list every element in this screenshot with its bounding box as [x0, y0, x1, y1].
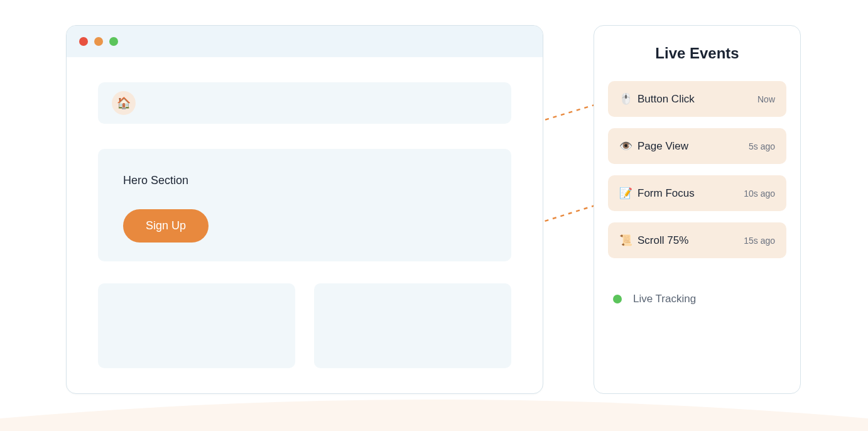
event-label: Button Click [637, 93, 695, 106]
card-placeholder [98, 283, 295, 368]
card-placeholder [314, 283, 511, 368]
event-item: 🖱️ Button Click Now [608, 81, 786, 117]
live-events-panel: Live Events 🖱️ Button Click Now 👁️ Page … [594, 25, 801, 394]
event-label: Scroll 75% [637, 234, 688, 247]
hero-section: Hero Section Sign Up [98, 149, 511, 261]
event-time: 15s ago [744, 236, 775, 246]
browser-titlebar [67, 26, 543, 57]
event-label: Form Focus [637, 187, 695, 200]
event-item: 📜 Scroll 75% 15s ago [608, 222, 786, 258]
browser-body: 🏠 Hero Section Sign Up [67, 57, 543, 393]
live-status-dot-icon [613, 295, 622, 303]
live-tracking-label: Live Tracking [633, 293, 696, 305]
event-item: 📝 Form Focus 10s ago [608, 175, 786, 211]
mouse-icon: 🖱️ [619, 92, 632, 106]
nav-bar: 🏠 [98, 82, 511, 124]
home-icon[interactable]: 🏠 [112, 91, 136, 115]
form-icon: 📝 [619, 187, 632, 200]
scroll-icon: 📜 [619, 234, 632, 247]
live-tracking-status: Live Tracking [608, 293, 786, 305]
event-time: 10s ago [744, 188, 775, 199]
traffic-light-maximize[interactable] [109, 37, 118, 46]
event-time: Now [757, 94, 775, 104]
traffic-light-minimize[interactable] [94, 37, 103, 46]
events-list: 🖱️ Button Click Now 👁️ Page View 5s ago … [608, 81, 786, 258]
event-item: 👁️ Page View 5s ago [608, 128, 786, 164]
cards-row [98, 283, 511, 368]
hero-section-label: Hero Section [123, 174, 486, 187]
eye-icon: 👁️ [619, 139, 632, 153]
event-label: Page View [637, 140, 688, 153]
events-panel-title: Live Events [608, 45, 786, 62]
signup-button[interactable]: Sign Up [123, 209, 209, 243]
event-time: 5s ago [749, 141, 775, 151]
browser-window: 🏠 Hero Section Sign Up [66, 25, 543, 394]
traffic-light-close[interactable] [79, 37, 88, 46]
